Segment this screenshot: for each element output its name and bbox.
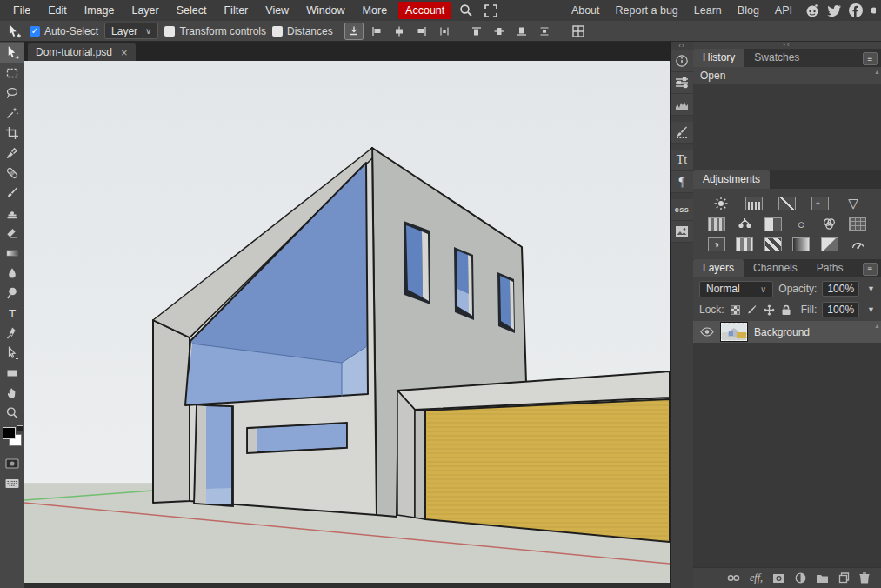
curves-icon[interactable]: [778, 197, 796, 210]
layer-row-background[interactable]: Background: [693, 321, 881, 343]
tool-eraser[interactable]: [0, 223, 24, 243]
folder-icon[interactable]: [816, 573, 829, 584]
tool-color-swatches[interactable]: [0, 425, 24, 451]
invert-icon[interactable]: ◑: [708, 237, 725, 251]
lock-position-icon[interactable]: [764, 304, 776, 316]
delete-icon[interactable]: [859, 572, 870, 584]
new-layer-icon[interactable]: [838, 572, 850, 584]
align-top-icon[interactable]: [467, 23, 486, 40]
link-about[interactable]: About: [564, 2, 607, 19]
close-tab-icon[interactable]: ×: [121, 46, 128, 59]
tool-gradient[interactable]: [0, 243, 24, 263]
selective-color-icon[interactable]: [821, 237, 838, 251]
clipped-social-icon[interactable]: [869, 2, 876, 19]
info-icon[interactable]: [671, 50, 693, 72]
link-learn[interactable]: Learn: [687, 2, 729, 19]
scrollbar-hint[interactable]: ▲: [874, 69, 880, 75]
account-button[interactable]: Account: [398, 2, 451, 19]
link-icon[interactable]: [727, 574, 740, 582]
layer-visibility-eye-icon[interactable]: [700, 327, 714, 337]
vibrance-icon[interactable]: ▽: [844, 197, 862, 210]
link-api[interactable]: API: [768, 2, 799, 19]
lock-transparency-icon[interactable]: [730, 304, 742, 316]
lock-all-icon[interactable]: [780, 304, 792, 316]
tab-adjustments[interactable]: Adjustments: [693, 170, 770, 189]
tab-swatches[interactable]: Swatches: [744, 49, 809, 67]
tool-path-select[interactable]: [0, 343, 24, 363]
threshold-icon[interactable]: [764, 237, 782, 251]
align-right-icon[interactable]: [412, 23, 431, 40]
facebook-icon[interactable]: [847, 2, 864, 19]
tool-dodge[interactable]: [0, 283, 24, 303]
tool-crop[interactable]: [0, 123, 24, 143]
tool-lasso[interactable]: [0, 83, 24, 103]
align-to-canvas-icon[interactable]: [344, 23, 364, 40]
menu-more[interactable]: More: [355, 2, 395, 19]
menu-edit[interactable]: Edit: [40, 2, 75, 19]
tool-eyedropper[interactable]: [0, 143, 24, 163]
transform-controls-option[interactable]: Transform controls: [164, 25, 266, 37]
align-bottom-icon[interactable]: [512, 23, 531, 40]
history-entry-open[interactable]: Open: [693, 67, 881, 84]
menu-select[interactable]: Select: [169, 2, 215, 19]
align-center-h-icon[interactable]: [390, 23, 409, 40]
tab-paths[interactable]: Paths: [807, 259, 853, 277]
link-report-a-bug[interactable]: Report a bug: [609, 2, 685, 19]
color-balance-icon[interactable]: [736, 217, 753, 231]
histogram-icon[interactable]: [671, 94, 693, 116]
tool-blur[interactable]: [0, 263, 24, 283]
tool-brush[interactable]: [0, 183, 24, 203]
auto-select-option[interactable]: ✓ Auto-Select: [30, 25, 98, 37]
tool-keyboard-shortcuts[interactable]: [0, 473, 24, 493]
align-left-icon[interactable]: [367, 23, 386, 40]
transform-controls-checkbox[interactable]: [164, 26, 175, 37]
fill-slider-icon[interactable]: ▼: [867, 305, 875, 314]
color-lookup-icon[interactable]: [849, 217, 866, 231]
layer-thumbnail[interactable]: [721, 323, 747, 341]
channel-mixer-icon[interactable]: [821, 217, 838, 231]
tool-quick-mask[interactable]: [0, 453, 24, 473]
document-canvas[interactable]: [24, 61, 670, 588]
menu-layer[interactable]: Layer: [123, 2, 166, 19]
effects-icon[interactable]: eff,: [750, 571, 763, 585]
gradient-map-icon[interactable]: [792, 237, 810, 251]
adjustment-icon[interactable]: [795, 572, 806, 584]
auto-select-checkbox[interactable]: ✓: [30, 26, 40, 37]
gauge-icon[interactable]: [849, 237, 866, 251]
distances-checkbox[interactable]: [272, 26, 283, 37]
photo-filter-icon[interactable]: ○: [792, 217, 810, 231]
menu-image[interactable]: Image: [77, 2, 123, 19]
tab-history[interactable]: History: [693, 49, 744, 67]
strip-collapse-handle[interactable]: ‹›: [678, 42, 684, 50]
image-icon[interactable]: [671, 221, 693, 243]
tool-clone-stamp[interactable]: [0, 203, 24, 223]
distances-option[interactable]: Distances: [272, 25, 333, 37]
black-white-icon[interactable]: [764, 217, 782, 231]
fill-value[interactable]: 100%: [822, 302, 859, 317]
lock-pixels-icon[interactable]: [746, 304, 758, 316]
twitter-icon[interactable]: [825, 2, 843, 19]
tab-layers[interactable]: Layers: [693, 259, 744, 277]
foreground-color-swatch[interactable]: [3, 427, 16, 439]
blend-mode-dropdown[interactable]: Normal ∨: [699, 281, 773, 297]
tool-move[interactable]: [0, 43, 24, 63]
swap-colors-icon[interactable]: [17, 425, 23, 431]
menu-window[interactable]: Window: [298, 2, 352, 19]
tool-zoom[interactable]: [0, 403, 24, 423]
layers-menu-button[interactable]: ≡: [863, 263, 878, 276]
levels-icon[interactable]: [745, 197, 763, 210]
search-icon[interactable]: [457, 3, 476, 18]
align-all-icon[interactable]: [569, 23, 588, 40]
document-tab[interactable]: Dom-tutorial.psd ×: [28, 43, 136, 61]
brightness-contrast-icon[interactable]: [712, 197, 730, 210]
character-icon[interactable]: Tt: [671, 150, 693, 171]
css-icon[interactable]: css: [671, 199, 693, 221]
fullscreen-icon[interactable]: [481, 3, 500, 18]
tool-type[interactable]: T: [0, 303, 24, 323]
distribute-h-icon[interactable]: [435, 23, 454, 40]
tool-magic-wand[interactable]: [0, 103, 24, 123]
canvas-viewport[interactable]: [24, 61, 670, 588]
opacity-value[interactable]: 100%: [822, 281, 859, 297]
tool-spot-heal[interactable]: [0, 163, 24, 183]
menu-filter[interactable]: Filter: [216, 2, 256, 19]
